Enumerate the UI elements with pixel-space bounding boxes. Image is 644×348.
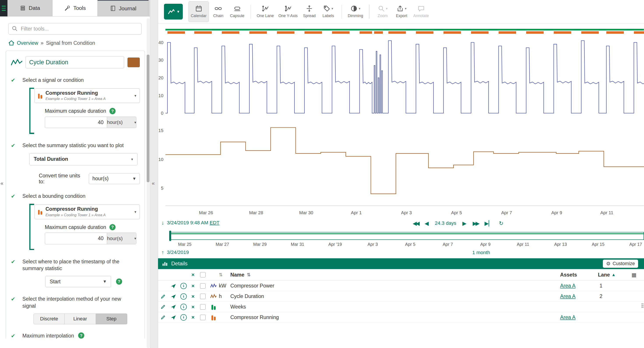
select-all-checkbox[interactable] [200,272,206,278]
refresh-icon[interactable]: ↻ [499,220,503,227]
column-assets-header[interactable]: Assets [554,272,596,278]
help-icon[interactable]: ? [78,332,84,338]
toolbar-labels-button[interactable]: ▾ Labels [319,1,338,22]
info-icon[interactable]: i [180,304,186,310]
filter-tools-input[interactable] [8,23,142,35]
step-back-button[interactable]: ◀◀ [412,220,418,227]
row-name[interactable]: Compressor Power [230,283,554,289]
remove-icon[interactable]: × [188,314,198,320]
stat-section-label: Select the summary statistic you want to… [22,142,124,149]
sort-name-icon[interactable]: ⇅ [247,272,250,277]
max-capsule-unit-select[interactable]: hour(s)▾ [107,117,136,128]
tab-journal[interactable]: Journal [98,0,149,16]
collapse-panel-icon[interactable]: « [152,180,155,186]
seeq-workbench: Data Tools Journal Overview » Signal fro… [0,0,644,348]
toolbar-one-lane-button[interactable]: One Lane [254,1,276,22]
result-name-input[interactable] [26,56,124,68]
toolbar-chain-button[interactable]: Chain [209,1,228,22]
row-checkbox[interactable] [200,304,206,310]
check-icon: ✔ [11,77,18,84]
rocket-icon[interactable] [170,283,176,289]
toolbar-calendar-button[interactable]: Calendar [188,1,209,22]
bounding-max-input[interactable] [45,233,107,244]
home-icon[interactable] [8,40,14,46]
statistic-select[interactable]: Total Duration ▾ [29,153,137,165]
collapse-panel-left-icon[interactable]: « [0,180,4,186]
convert-units-select[interactable]: hour(s)▼ [89,173,140,185]
edit-icon[interactable] [160,294,166,299]
bounding-max-unit-select[interactable]: hour(s)▾ [107,233,136,244]
toolbar-export-button[interactable]: ▾ Export [392,1,411,22]
asset-link[interactable]: Area A [560,293,576,299]
remove-all-icon[interactable]: × [188,272,198,278]
tab-data[interactable]: Data [8,0,52,16]
row-checkbox[interactable] [200,283,206,289]
info-icon[interactable]: i [180,314,186,320]
toolbar-dimming-button[interactable]: ▾ Dimming [346,1,365,22]
row-checkbox[interactable] [200,294,206,299]
color-swatch-button[interactable] [128,57,140,67]
signal-select[interactable]: Compressor Running Example » Cooling Tow… [34,88,140,103]
add-column-icon[interactable]: ▦ [624,272,644,278]
table-row[interactable]: i × Weeks [158,302,644,312]
remove-icon[interactable]: × [188,304,198,310]
signal-icon [210,294,217,299]
info-icon[interactable]: i [180,283,186,289]
row-name[interactable]: Weeks [230,304,554,310]
column-lane-header[interactable]: Lane [598,272,610,278]
help-icon[interactable]: ? [110,224,116,230]
rocket-icon[interactable] [170,304,176,310]
toolbar-capsule-button[interactable]: Capsule [228,1,246,22]
view-selector-button[interactable]: ▾ [164,4,183,19]
rocket-icon[interactable] [170,314,176,320]
investigate-range-duration[interactable]: 1 month [472,250,490,255]
investigate-range-start[interactable]: 3/24/2019 [167,250,189,255]
toolbar-spread-button[interactable]: Spread [300,1,319,22]
table-row[interactable]: i × Compressor Running Area A [158,312,644,323]
help-icon[interactable]: ? [116,278,122,285]
details-scrollbar[interactable] [641,303,643,314]
interp-discrete-button[interactable]: Discrete [34,313,65,324]
toolbar-zoom-button[interactable]: ▾ Zoom [373,1,392,22]
display-range-start[interactable]: 3/24/2019 9:48 AM EDT [167,220,220,226]
step-forward-button[interactable]: ▶▶ [472,220,478,227]
go-to-end-button[interactable]: ▶▏ [485,220,493,227]
asset-link[interactable]: Area A [560,283,576,289]
hamburger-menu-icon[interactable] [0,0,8,17]
asset-link[interactable]: Area A [560,314,576,320]
signal-icon [11,58,22,67]
column-name-header[interactable]: Name [230,272,244,278]
toolbar-one-y-axis-button[interactable]: One Y-Axis [276,1,300,22]
pan-left-button[interactable]: ◀ [425,220,429,227]
remove-icon[interactable]: × [188,293,198,299]
customize-button[interactable]: ⚙ Customize [603,260,638,268]
edit-icon[interactable] [160,304,166,310]
interp-linear-button[interactable]: Linear [64,313,96,324]
table-row[interactable]: i × kW Compressor Power Area A 1 [158,281,644,291]
bounding-condition-select[interactable]: Compressor Running Example » Cooling Tow… [34,205,140,219]
help-icon[interactable]: ? [110,108,116,114]
timeline-selection[interactable] [170,232,644,240]
condition-icon [212,314,216,320]
remove-icon[interactable]: × [188,283,198,289]
edit-icon[interactable] [160,314,166,320]
row-checkbox[interactable] [200,315,206,320]
rocket-icon[interactable] [170,294,176,299]
timezone-link[interactable]: EDT [210,220,220,225]
toolbar-annotate-button[interactable]: Annotate [411,1,431,22]
timeline-start-handle[interactable] [169,231,171,241]
trend-chart-area[interactable]: 01020304051015Mar 26Mar 28Mar 30Apr 1Apr… [158,24,644,220]
pan-right-button[interactable]: ▶ [462,220,466,227]
timestamp-select[interactable]: Start▼ [45,276,111,287]
max-capsule-input[interactable] [45,117,107,128]
row-name[interactable]: Cycle Duration [230,293,554,299]
row-name[interactable]: Compressor Running [230,314,554,320]
table-row[interactable]: i × h Cycle Duration Area A 2 [158,291,644,302]
interp-step-button[interactable]: Step [96,313,127,324]
tab-tools[interactable]: Tools [52,0,98,16]
duration-label[interactable]: 24.3 days [435,220,456,226]
info-icon[interactable]: i [180,293,186,299]
sort-type-icon[interactable]: ⇅ [219,272,230,277]
sidebar-scrollbar[interactable] [147,19,150,348]
breadcrumb-overview-link[interactable]: Overview [17,40,38,46]
